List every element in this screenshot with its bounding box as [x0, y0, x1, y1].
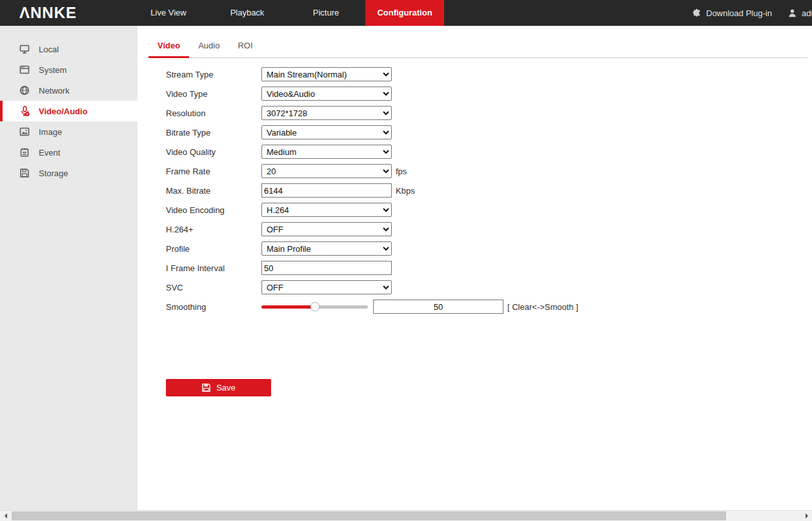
download-plugin-label: Download Plug-in — [706, 8, 772, 18]
field-label-profile: Profile — [166, 244, 261, 254]
annke-logo: ΛNNKE — [19, 0, 77, 26]
download-plugin-button[interactable]: Download Plug-in — [692, 8, 772, 18]
horizontal-scrollbar[interactable] — [0, 510, 812, 521]
form-row-video-type: Video TypeVideo&Audio — [166, 84, 812, 103]
form-row-max-bitrate: Max. BitrateKbps — [166, 181, 812, 200]
save-button[interactable]: Save — [166, 379, 271, 396]
bitrate-type-select[interactable]: Variable — [261, 125, 392, 139]
stream-tabs: VideoAudioROI — [148, 36, 807, 58]
microphone-icon — [19, 106, 30, 117]
smoothing-value-input[interactable] — [373, 300, 503, 314]
tab-roi[interactable]: ROI — [228, 36, 261, 58]
form-row-svc: SVCOFF — [166, 278, 812, 297]
form-row-video-encoding: Video EncodingH.264 — [166, 200, 812, 220]
sidebar-item-label: Event — [39, 148, 60, 158]
sidebar: LocalSystemNetworkVideo/AudioImageEventS… — [0, 26, 137, 510]
video-type-select[interactable]: Video&Audio — [261, 87, 392, 101]
sidebar-item-label: System — [39, 65, 66, 75]
sidebar-item-video-audio[interactable]: Video/Audio — [0, 101, 137, 121]
user-menu[interactable]: admin — [787, 8, 812, 18]
field-label-resolution: Resolution — [166, 108, 261, 118]
video-settings-form: Stream TypeMain Stream(Normal)Video Type… — [137, 65, 812, 316]
svc-select[interactable]: OFF — [261, 280, 392, 294]
sidebar-item-storage[interactable]: Storage — [0, 163, 137, 183]
main-nav: Live ViewPlaybackPictureConfiguration — [129, 0, 444, 26]
h-264-select[interactable]: OFF — [261, 222, 392, 236]
nav-item-playback[interactable]: Playback — [208, 0, 287, 26]
nav-item-configuration[interactable]: Configuration — [365, 0, 444, 26]
field-label-max-bitrate: Max. Bitrate — [166, 186, 261, 196]
tab-video[interactable]: Video — [148, 36, 189, 58]
field-label-video-quality: Video Quality — [166, 147, 261, 157]
sidebar-item-network[interactable]: Network — [0, 80, 137, 101]
tab-audio[interactable]: Audio — [189, 36, 228, 58]
content-panel: VideoAudioROI Stream TypeMain Stream(Nor… — [137, 26, 812, 510]
resolution-select[interactable]: 3072*1728 — [261, 106, 392, 120]
field-label-frame-rate: Frame Rate — [166, 167, 261, 176]
field-label-video-type: Video Type — [166, 89, 261, 99]
field-label-bitrate-type: Bitrate Type — [166, 128, 261, 138]
smoothing-slider[interactable] — [261, 301, 368, 312]
max-bitrate-unit: Kbps — [396, 186, 415, 196]
puzzle-icon — [692, 8, 702, 18]
field-label-svc: SVC — [166, 283, 261, 292]
sidebar-item-label: Storage — [39, 169, 68, 178]
scroll-left-button[interactable] — [0, 511, 11, 521]
sidebar-item-event[interactable]: Event — [0, 142, 137, 163]
field-label-smoothing: Smoothing — [166, 302, 261, 312]
user-label: admin — [802, 8, 812, 18]
form-row-profile: ProfileMain Profile — [166, 239, 812, 258]
storage-icon — [19, 168, 30, 179]
field-label-h-264: H.264+ — [166, 225, 261, 234]
sidebar-item-label: Video/Audio — [39, 107, 88, 116]
profile-select[interactable]: Main Profile — [261, 241, 392, 256]
max-bitrate-input[interactable] — [261, 183, 392, 198]
nav-item-live-view[interactable]: Live View — [129, 0, 208, 26]
monitor-icon — [19, 44, 30, 55]
video-encoding-select[interactable]: H.264 — [261, 203, 392, 217]
form-row-bitrate-type: Bitrate TypeVariable — [166, 123, 812, 142]
form-row-frame-rate: Frame Rate20fps — [166, 161, 812, 181]
sidebar-item-label: Network — [39, 86, 70, 96]
form-row-smoothing: Smoothing [ Clear<->Smooth ] — [166, 297, 812, 316]
top-navigation-bar: ΛNNKE Live ViewPlaybackPictureConfigurat… — [0, 0, 812, 26]
form-row-stream-type: Stream TypeMain Stream(Normal) — [166, 65, 812, 84]
video-quality-select[interactable]: Medium — [261, 145, 392, 159]
globe-icon — [19, 85, 30, 96]
image-icon — [19, 127, 30, 138]
slider-handle[interactable] — [310, 302, 320, 311]
smoothing-hint: [ Clear<->Smooth ] — [507, 302, 578, 312]
sidebar-item-local[interactable]: Local — [0, 39, 137, 59]
sidebar-item-system[interactable]: System — [0, 59, 137, 80]
form-row-i-frame-interval: I Frame Interval — [166, 258, 812, 278]
event-icon — [19, 147, 30, 158]
form-row-h-264: H.264+OFF — [166, 220, 812, 239]
save-icon — [201, 383, 211, 393]
form-row-video-quality: Video QualityMedium — [166, 142, 812, 161]
form-row-resolution: Resolution3072*1728 — [166, 103, 812, 123]
scrollbar-thumb[interactable] — [12, 511, 726, 520]
frame-rate-unit: fps — [396, 167, 407, 176]
field-label-i-frame-interval: I Frame Interval — [166, 263, 261, 273]
sidebar-item-label: Image — [39, 127, 62, 137]
topbar-right: Download Plug-in admin — [692, 0, 812, 26]
field-label-video-encoding: Video Encoding — [166, 205, 261, 215]
nav-item-picture[interactable]: Picture — [287, 0, 365, 26]
frame-rate-select[interactable]: 20 — [261, 164, 392, 178]
window-icon — [19, 65, 30, 76]
i-frame-interval-input[interactable] — [261, 261, 392, 275]
stream-type-select[interactable]: Main Stream(Normal) — [261, 67, 392, 81]
field-label-stream-type: Stream Type — [166, 70, 261, 79]
save-button-label: Save — [216, 383, 236, 393]
user-icon — [787, 8, 797, 18]
sidebar-item-label: Local — [39, 45, 59, 54]
sidebar-item-image[interactable]: Image — [0, 121, 137, 142]
scroll-right-button[interactable] — [801, 511, 812, 521]
slider-fill — [261, 305, 315, 309]
